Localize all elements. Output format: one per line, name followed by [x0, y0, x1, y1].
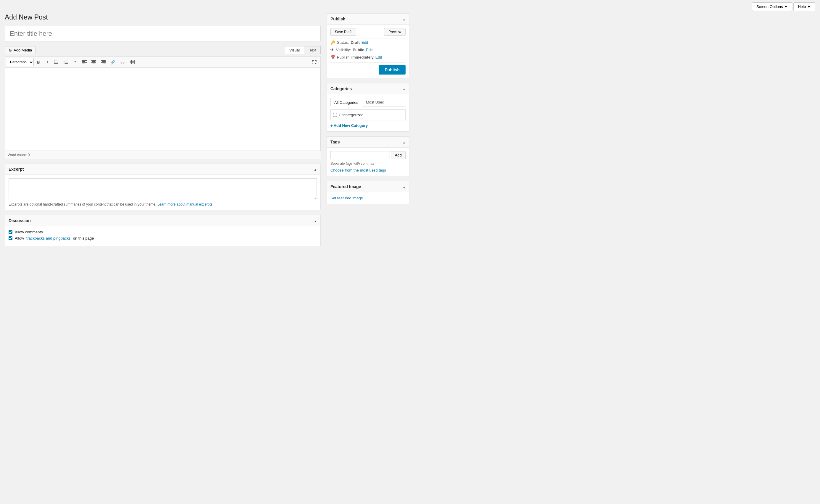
visibility-label: Visibility:: [336, 48, 351, 52]
align-right-button[interactable]: [99, 58, 108, 66]
svg-point-4: [54, 62, 55, 62]
tags-hint: Separate tags with commas: [330, 161, 406, 166]
category-label-uncategorized: Uncategorized: [339, 113, 364, 117]
screen-options-button[interactable]: Screen Options ▼: [752, 2, 792, 11]
tab-text[interactable]: Text: [305, 46, 321, 54]
ordered-list-button[interactable]: 1.2.3.: [62, 58, 70, 66]
visual-text-tabs: Visual Text: [285, 46, 321, 54]
align-left-button[interactable]: [80, 58, 89, 66]
blockquote-button[interactable]: ❝: [71, 58, 79, 66]
table-button[interactable]: [128, 58, 137, 66]
help-button[interactable]: Help ▼: [793, 2, 815, 11]
svg-rect-13: [82, 61, 85, 62]
visibility-value: Public: [353, 48, 364, 52]
fullscreen-button[interactable]: [310, 58, 319, 66]
publish-btn-row: Publish: [330, 65, 406, 75]
publish-time-edit-link[interactable]: Edit: [375, 55, 382, 59]
publish-time-icon: 📅: [330, 55, 335, 59]
discussion-box-header[interactable]: Discussion: [5, 215, 320, 226]
allow-trackbacks-checkbox[interactable]: [9, 236, 12, 240]
excerpt-textarea[interactable]: [9, 178, 317, 199]
featured-image-box: Featured Image Set featured image: [327, 181, 409, 204]
svg-rect-27: [130, 60, 135, 64]
editor-content[interactable]: [5, 68, 320, 151]
tags-input[interactable]: [330, 151, 390, 159]
tab-most-used[interactable]: Most Used: [362, 98, 388, 106]
tab-visual[interactable]: Visual: [285, 46, 304, 54]
help-chevron-icon: ▼: [807, 4, 811, 9]
unordered-list-button[interactable]: [52, 58, 61, 66]
top-bar: Screen Options ▼ Help ▼: [0, 0, 820, 13]
tags-box-header[interactable]: Tags: [327, 137, 409, 148]
status-value: Draft: [351, 40, 359, 45]
excerpt-box-header[interactable]: Excerpt: [5, 164, 320, 175]
publish-time-row: 📅 Publish immediately Edit: [330, 55, 406, 59]
align-center-button[interactable]: [89, 58, 98, 66]
add-new-category-link[interactable]: + Add New Category: [330, 123, 368, 128]
allow-comments-checkbox[interactable]: [9, 230, 12, 234]
excerpt-note: Excerpts are optional hand-crafted summa…: [9, 202, 317, 206]
svg-rect-20: [101, 60, 106, 61]
save-draft-button[interactable]: Save Draft: [330, 28, 356, 36]
tags-heading: Tags: [330, 140, 340, 144]
trackbacks-link[interactable]: trackbacks and pingbacks: [26, 236, 71, 240]
add-media-button[interactable]: ⊕ Add Media: [5, 46, 36, 54]
publish-box-body: Save Draft Preview 🔑 Status: Draft Edit …: [327, 25, 409, 78]
learn-more-link[interactable]: Learn more about manual excerpts: [157, 202, 212, 206]
publish-collapse-icon: [403, 17, 406, 21]
category-tabs: All Categories Most Used: [330, 98, 406, 106]
allow-trackbacks-suffix: on this page: [73, 236, 94, 240]
choose-tags-link[interactable]: Choose from the most used tags: [330, 168, 386, 172]
svg-rect-21: [102, 61, 106, 62]
excerpt-collapse-icon: [314, 167, 317, 172]
featured-image-collapse-icon: [403, 185, 406, 189]
publish-button[interactable]: Publish: [379, 65, 406, 75]
allow-trackbacks-prefix: Allow: [15, 236, 24, 240]
svg-text:3.: 3.: [64, 62, 65, 64]
editor-toolbar-top: ⊕ Add Media Visual Text: [5, 46, 321, 54]
publish-box-header[interactable]: Publish: [327, 14, 409, 25]
svg-rect-0: [55, 61, 58, 61]
svg-rect-23: [103, 64, 106, 64]
allow-trackbacks-label: Allow trackbacks and pingbacks on this p…: [9, 236, 317, 240]
featured-image-heading: Featured Image: [330, 184, 361, 189]
page-layout: Add New Post ⊕ Add Media Visual Text Par…: [0, 13, 414, 251]
svg-point-3: [54, 61, 55, 61]
svg-rect-14: [82, 62, 87, 63]
status-label: Status:: [337, 40, 349, 45]
discussion-box-body: Allow comments Allow trackbacks and ping…: [5, 226, 320, 246]
editor-box: Paragraph B I 1.2.3. ❝: [5, 56, 321, 151]
category-checkbox-uncategorized[interactable]: [333, 113, 337, 117]
set-featured-image-link[interactable]: Set featured image: [330, 196, 363, 200]
categories-heading: Categories: [330, 86, 352, 91]
svg-rect-19: [93, 64, 95, 64]
bold-button[interactable]: B: [34, 58, 43, 66]
svg-rect-2: [55, 63, 58, 64]
discussion-box: Discussion Allow comments Allow trackbac…: [5, 215, 321, 246]
editor-format-bar: Paragraph B I 1.2.3. ❝: [5, 57, 320, 68]
discussion-collapse-icon: [314, 219, 317, 223]
more-button[interactable]: [118, 58, 127, 66]
categories-box-header[interactable]: Categories: [327, 83, 409, 94]
svg-rect-16: [91, 60, 96, 61]
allow-comments-text: Allow comments: [15, 230, 43, 234]
tab-all-categories[interactable]: All Categories: [330, 98, 362, 106]
excerpt-box: Excerpt Excerpts are optional hand-craft…: [5, 164, 321, 210]
paragraph-select[interactable]: Paragraph: [7, 58, 34, 66]
status-icon: 🔑: [330, 40, 335, 45]
status-edit-link[interactable]: Edit: [361, 40, 368, 45]
publish-actions-row: Save Draft Preview: [330, 28, 406, 36]
post-title-input[interactable]: [5, 26, 321, 41]
link-button[interactable]: 🔗: [108, 58, 117, 66]
add-tag-button[interactable]: Add: [391, 151, 406, 159]
add-media-label: Add Media: [14, 48, 32, 52]
screen-options-chevron-icon: ▼: [784, 4, 788, 9]
visibility-edit-link[interactable]: Edit: [366, 48, 372, 52]
featured-image-box-header[interactable]: Featured Image: [327, 181, 409, 192]
excerpt-box-body: Excerpts are optional hand-crafted summa…: [5, 175, 320, 210]
add-media-icon: ⊕: [9, 48, 12, 52]
italic-button[interactable]: I: [43, 58, 51, 66]
publish-box: Publish Save Draft Preview 🔑 Status: Dra…: [327, 13, 409, 78]
svg-rect-1: [55, 62, 58, 62]
preview-button[interactable]: Preview: [384, 28, 406, 36]
